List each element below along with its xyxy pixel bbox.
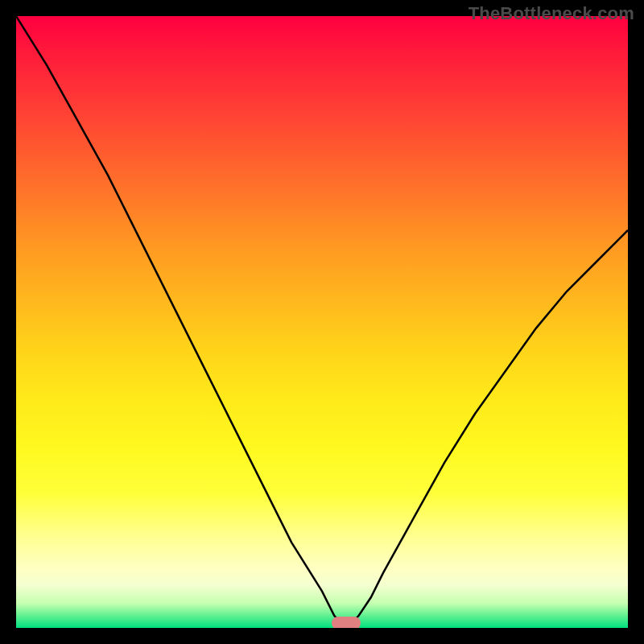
watermark-text: TheBottleneck.com [469, 3, 634, 24]
plot-area [16, 16, 628, 628]
chart-frame: TheBottleneck.com [0, 0, 644, 644]
optimal-marker [332, 617, 361, 628]
curve-path [16, 16, 628, 628]
bottleneck-curve [16, 16, 628, 628]
